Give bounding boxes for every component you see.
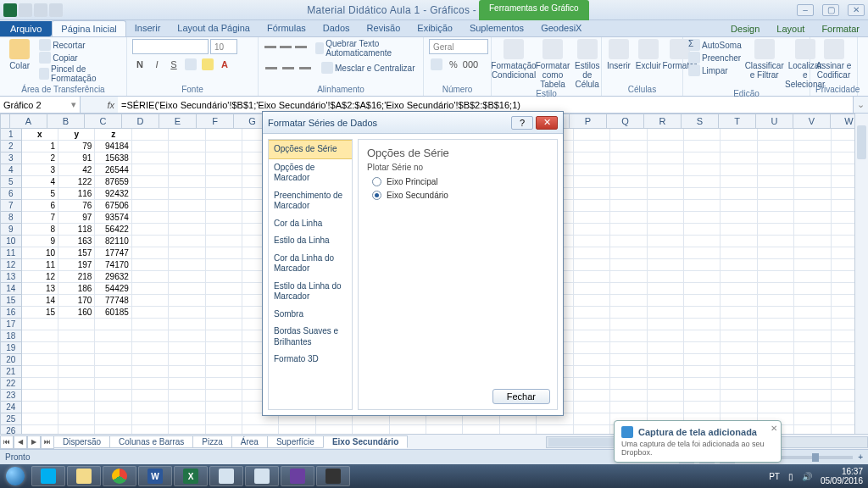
dialog-category[interactable]: Preenchimento de Marcador	[269, 187, 352, 215]
cell[interactable]	[574, 354, 610, 366]
cell[interactable]	[169, 413, 205, 425]
zoom-knob[interactable]	[812, 453, 819, 462]
cell[interactable]	[132, 236, 169, 247]
cell[interactable]	[684, 390, 721, 402]
cell[interactable]	[794, 141, 831, 152]
col-header-E[interactable]: E	[159, 114, 197, 129]
cell[interactable]	[610, 259, 647, 271]
cell[interactable]: 197	[58, 259, 95, 271]
cell[interactable]	[721, 390, 757, 402]
cell[interactable]: z	[95, 129, 131, 141]
row-header[interactable]: 13	[0, 271, 22, 283]
cell[interactable]	[132, 413, 169, 425]
cell[interactable]	[574, 176, 610, 188]
dialog-close-x[interactable]: ✕	[536, 116, 558, 130]
cell[interactable]	[574, 236, 610, 247]
row-header[interactable]: 1	[0, 129, 22, 141]
cell[interactable]	[206, 413, 242, 425]
cell[interactable]	[610, 319, 647, 330]
cell[interactable]	[58, 402, 95, 413]
format-painter-button[interactable]: Pincel de Formatação	[39, 64, 121, 83]
row-header[interactable]: 7	[0, 200, 22, 212]
sheet-last-button[interactable]: ⏭	[41, 435, 54, 449]
cell[interactable]	[610, 200, 647, 212]
cell[interactable]	[758, 129, 794, 141]
cell[interactable]	[610, 307, 647, 319]
cell[interactable]	[610, 271, 647, 283]
cell[interactable]	[169, 188, 205, 200]
cell[interactable]	[684, 129, 721, 141]
fx-icon[interactable]: fx	[81, 97, 118, 113]
chart-tab-layout[interactable]: Layout	[768, 21, 813, 36]
cell[interactable]: 2	[22, 152, 58, 164]
delete-cells-button[interactable]: Excluir	[636, 39, 661, 70]
cell[interactable]: 26544	[95, 164, 131, 176]
cell[interactable]: 29632	[95, 271, 131, 283]
cell[interactable]: 67506	[95, 200, 131, 212]
dialog-category[interactable]: Cor da Linha	[269, 215, 352, 233]
cell[interactable]: 11	[22, 259, 58, 271]
cell[interactable]	[684, 176, 721, 188]
col-header-C[interactable]: C	[85, 114, 122, 129]
cell[interactable]	[721, 342, 757, 354]
cell[interactable]	[684, 200, 721, 212]
cell[interactable]	[648, 271, 684, 283]
cell[interactable]	[758, 319, 794, 330]
cell[interactable]	[169, 259, 205, 271]
cell[interactable]	[610, 378, 647, 390]
cell[interactable]: 170	[58, 295, 95, 307]
row-header[interactable]: 4	[0, 164, 22, 176]
col-header-Q[interactable]: Q	[607, 114, 644, 129]
cell[interactable]	[132, 271, 169, 283]
cell[interactable]	[58, 413, 95, 425]
cell[interactable]	[721, 295, 757, 307]
cell[interactable]	[721, 188, 757, 200]
cell[interactable]	[95, 366, 131, 378]
tray-network-icon[interactable]: ▯	[788, 472, 793, 481]
col-header-V[interactable]: V	[793, 114, 831, 129]
cell[interactable]	[684, 259, 721, 271]
col-header-R[interactable]: R	[644, 114, 682, 129]
cell[interactable]	[794, 200, 831, 212]
dialog-category[interactable]: Bordas Suaves e Brilhantes	[269, 323, 352, 351]
cell[interactable]	[132, 188, 169, 200]
percent-button[interactable]: %	[446, 57, 461, 72]
cell[interactable]	[721, 259, 757, 271]
tab-layout-da-página[interactable]: Layout da Página	[169, 20, 259, 36]
cell[interactable]	[58, 366, 95, 378]
cell[interactable]	[721, 176, 757, 188]
cell[interactable]: 7	[22, 212, 58, 224]
cell[interactable]	[684, 307, 721, 319]
undo-icon[interactable]	[34, 3, 47, 17]
cell[interactable]	[574, 390, 610, 402]
cell[interactable]	[58, 378, 95, 390]
cell[interactable]	[758, 152, 794, 164]
cell[interactable]: 17747	[95, 247, 131, 259]
sheet-tab[interactable]: Dispersão	[53, 435, 110, 448]
cell[interactable]	[22, 425, 58, 434]
row-header[interactable]: 20	[0, 354, 22, 366]
cell[interactable]	[22, 342, 58, 354]
dialog-titlebar[interactable]: Formatar Séries de Dados ? ✕	[263, 112, 563, 134]
cell[interactable]	[95, 330, 131, 342]
cell[interactable]	[574, 378, 610, 390]
cell[interactable]	[794, 212, 831, 224]
cell[interactable]	[794, 259, 831, 271]
cell[interactable]	[758, 259, 794, 271]
taskbar-app3[interactable]	[209, 466, 243, 486]
col-header-P[interactable]: P	[570, 114, 607, 129]
row-header[interactable]: 24	[0, 402, 22, 413]
vertical-scrollbar[interactable]	[854, 114, 868, 434]
cell[interactable]	[169, 224, 205, 236]
cell[interactable]	[758, 141, 794, 152]
sheet-tab[interactable]: Pizza	[192, 435, 231, 448]
scrollbar-thumb[interactable]	[857, 125, 866, 159]
cell[interactable]	[574, 271, 610, 283]
cell[interactable]: 163	[58, 236, 95, 247]
cell[interactable]: 54429	[95, 283, 131, 295]
cell[interactable]	[58, 354, 95, 366]
cell[interactable]	[721, 378, 757, 390]
cell[interactable]	[574, 342, 610, 354]
cond-format-button[interactable]: Formatação Condicional	[497, 39, 531, 80]
sheet-prev-button[interactable]: ◀	[14, 435, 27, 449]
